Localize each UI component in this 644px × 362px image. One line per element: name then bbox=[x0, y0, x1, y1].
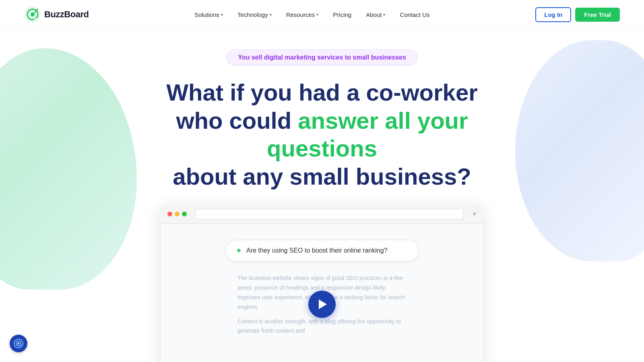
svg-point-4 bbox=[18, 343, 20, 345]
browser-address-bar bbox=[196, 209, 463, 219]
chat-widget-icon bbox=[13, 338, 24, 349]
login-button[interactable]: Log In bbox=[535, 7, 571, 22]
browser-dots bbox=[167, 212, 187, 216]
browser-plus-icon: + bbox=[472, 210, 477, 218]
chat-widget-button[interactable] bbox=[10, 335, 27, 352]
about-chevron-icon: ▾ bbox=[383, 12, 385, 17]
svg-point-5 bbox=[20, 345, 23, 348]
hero-title-line2-prefix: who could bbox=[176, 107, 298, 134]
browser-dot-yellow bbox=[175, 212, 180, 216]
hero-title: What if you had a co-worker who could an… bbox=[141, 78, 503, 190]
browser-dot-red bbox=[167, 212, 172, 216]
nav-technology[interactable]: Technology ▾ bbox=[231, 8, 278, 21]
query-text: Are they using SEO to boost their online… bbox=[246, 247, 387, 254]
play-button[interactable] bbox=[308, 291, 336, 318]
main-nav: Solutions ▾ Technology ▾ Resources ▾ Pri… bbox=[188, 8, 436, 21]
hero-title-line1: What if you had a co-worker bbox=[141, 78, 503, 107]
nav-contact[interactable]: Contact Us bbox=[393, 8, 436, 21]
browser-toolbar: + bbox=[161, 205, 483, 224]
logo-text: BuzzBoard bbox=[44, 9, 89, 20]
browser-content: ✦ Are they using SEO to boost their onli… bbox=[161, 224, 483, 362]
logo[interactable]: BuzzBoard bbox=[24, 6, 89, 23]
sparkle-icon: ✦ bbox=[235, 246, 242, 255]
search-query-box: ✦ Are they using SEO to boost their onli… bbox=[225, 240, 419, 261]
tagline-pill: You sell digital marketing services to s… bbox=[226, 49, 418, 66]
nav-pricing[interactable]: Pricing bbox=[326, 8, 358, 21]
main-content: You sell digital marketing services to s… bbox=[0, 29, 644, 362]
free-trial-button[interactable]: Free Trial bbox=[575, 8, 620, 22]
hero-title-line3: about any small business? bbox=[141, 162, 503, 191]
resources-chevron-icon: ▾ bbox=[316, 12, 318, 17]
browser-dot-green bbox=[182, 212, 187, 216]
technology-chevron-icon: ▾ bbox=[270, 12, 272, 17]
header: BuzzBoard Solutions ▾ Technology ▾ Resou… bbox=[0, 0, 644, 29]
answer-paragraph-2: Content is another strength, with a blog… bbox=[237, 317, 407, 336]
browser-mockup: + ✦ Are they using SEO to boost their on… bbox=[161, 205, 483, 362]
nav-about[interactable]: About ▾ bbox=[359, 8, 392, 21]
hero-title-line2: who could answer all your questions bbox=[141, 107, 503, 162]
logo-icon bbox=[24, 6, 41, 23]
nav-actions: Log In Free Trial bbox=[535, 7, 620, 22]
play-icon bbox=[319, 300, 327, 309]
nav-solutions[interactable]: Solutions ▾ bbox=[188, 8, 229, 21]
svg-point-1 bbox=[31, 12, 35, 16]
solutions-chevron-icon: ▾ bbox=[221, 12, 223, 17]
nav-resources[interactable]: Resources ▾ bbox=[280, 8, 325, 21]
